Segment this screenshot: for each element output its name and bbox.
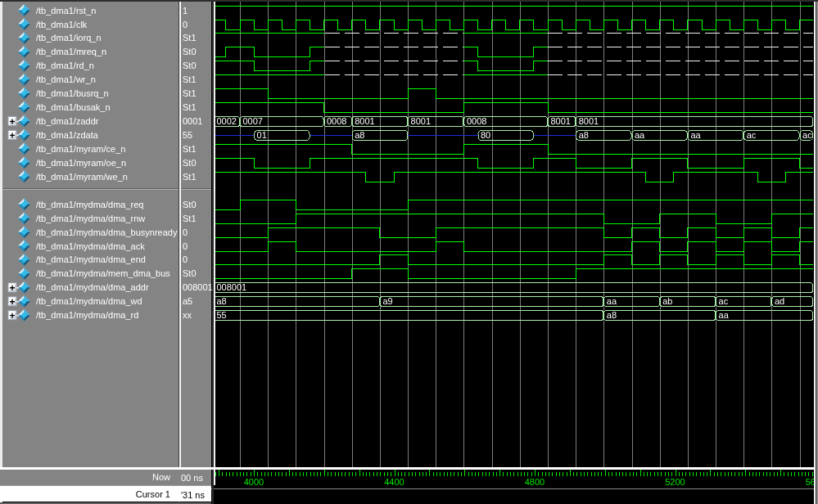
svg-text:a8: a8 [217, 296, 227, 306]
svg-text:4000: 4000 [244, 477, 264, 487]
svg-text:4400: 4400 [384, 477, 404, 487]
svg-text:80: 80 [481, 130, 490, 140]
svg-text:ab: ab [662, 296, 672, 306]
svg-text:55: 55 [217, 310, 227, 320]
svg-text:a8: a8 [607, 310, 617, 320]
svg-text:a9: a9 [382, 296, 392, 306]
svg-text:a8: a8 [355, 130, 364, 140]
svg-text:0007: 0007 [243, 116, 263, 126]
svg-text:8001: 8001 [411, 116, 431, 126]
svg-text:0008: 0008 [467, 116, 486, 126]
svg-text:8001: 8001 [579, 116, 599, 126]
svg-text:aa: aa [719, 310, 730, 320]
svg-text:8001: 8001 [551, 116, 571, 126]
svg-text:aa: aa [607, 296, 617, 306]
svg-text:ac: ac [802, 130, 812, 140]
svg-text:aa: aa [690, 130, 701, 140]
svg-text:0002: 0002 [217, 116, 237, 126]
svg-text:0008: 0008 [327, 116, 346, 126]
svg-text:01: 01 [257, 130, 267, 140]
svg-text:8001: 8001 [355, 116, 374, 126]
svg-text:ad: ad [775, 296, 784, 306]
svg-text:008001: 008001 [217, 282, 247, 292]
svg-text:ac: ac [747, 130, 757, 140]
svg-text:ac: ac [719, 296, 729, 306]
svg-text:aa: aa [635, 130, 645, 140]
svg-text:4800: 4800 [525, 477, 545, 487]
svg-text:a8: a8 [579, 130, 589, 140]
svg-text:5200: 5200 [665, 477, 685, 487]
